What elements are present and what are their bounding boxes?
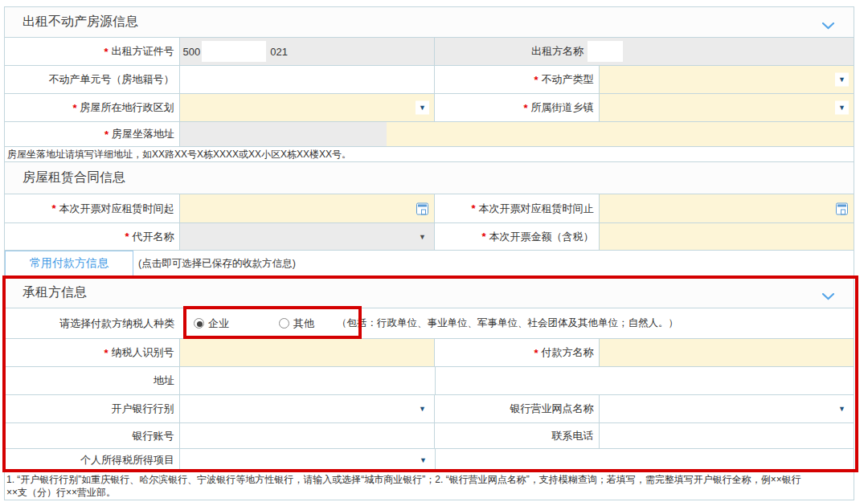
row-taxpayer-kind: 请选择付款方纳税人种类 企业 其他 （包括：行政单位、事业单位、军事单位、社会团… (5, 308, 854, 338)
property-type-label: * 不动产类型 (434, 66, 599, 93)
lessor-id-redaction (202, 41, 266, 62)
section-lessee-title: 承租方信息 (23, 284, 87, 301)
section-property-title: 出租不动产房源信息 (23, 14, 138, 31)
address-label: * 房屋坐落地址 (5, 122, 179, 146)
taxid-label: * 纳税人识别号 (5, 339, 179, 366)
radio-selected-icon[interactable] (194, 318, 204, 329)
required-marker: * (104, 46, 108, 58)
saved-payer-hint: (点击即可选择已保存的收款方信息) (138, 257, 296, 271)
row-account-phone: 银行账号 联系电话 (5, 422, 854, 448)
lessor-id-field: 500 021 (179, 38, 434, 65)
row-lease-dates: * 本次开票对应租赁时间起 * 本次开票对应租赁时间止 (5, 194, 854, 222)
address-hint: 房屋坐落地址请填写详细地址，如XX路XX号X栋XXXX或XX小区X栋XX楼XX号… (5, 146, 854, 161)
row-invoice: * 代开名称 ▼ * 本次开票金额（含税） (5, 222, 854, 250)
radio-enterprise[interactable]: 企业 (194, 316, 229, 331)
taxpayer-kind-label: 请选择付款方纳税人种类 (5, 308, 179, 338)
saved-payer-row: 常用付款方信息 (点击即可选择已保存的收款方信息) (5, 250, 854, 277)
lessor-id-prefix: 500 (183, 46, 201, 58)
dropdown-arrow-icon: ▼ (416, 454, 430, 467)
lessee-address-input-cont[interactable] (435, 367, 854, 394)
bank-footnote-line2: ××支（分）行××营业部。 (6, 486, 852, 499)
lessor-id-label: * 出租方证件号 (5, 38, 179, 65)
dropdown-arrow-icon: ▼ (416, 402, 429, 416)
empty-cell (435, 449, 854, 471)
section-lease-header: 房屋租赁合同信息 (5, 161, 854, 194)
taxid-input[interactable] (179, 339, 434, 366)
calendar-icon[interactable] (836, 202, 848, 214)
dropdown-arrow-icon: ▼ (416, 230, 429, 243)
taxpayer-kind-note: （包括：行政单位、事业单位、军事单位、社会团体及其他单位；自然人。） (337, 316, 678, 330)
property-type-select[interactable]: ▼ (599, 66, 854, 93)
dropdown-arrow-icon: ▼ (835, 101, 849, 115)
row-unit-type: 不动产单元号（房地籍号） * 不动产类型 ▼ (5, 65, 854, 93)
bank-footnote-line1: 1. “开户银行行别”如重庆银行、哈尔滨银行、宁波银行等地方性银行，请输入或选择… (6, 473, 852, 486)
row-district-street: * 房屋所在地行政区划 ▼ * 所属街道乡镇 ▼ (5, 93, 854, 121)
bank-type-label: 开户银行行别 (5, 395, 179, 422)
row-taxid-payer: * 纳税人识别号 * 付款方名称 (5, 338, 854, 366)
dropdown-arrow-icon: ▼ (835, 402, 849, 416)
address-detail-input[interactable] (387, 122, 854, 146)
radio-other[interactable]: 其他 (279, 316, 314, 331)
invoice-name-select: ▼ (179, 223, 434, 250)
row-lessee-address: 地址 (5, 366, 854, 394)
lessor-name-redaction (588, 41, 623, 62)
bank-branch-label: 银行营业网点名称 (434, 395, 599, 422)
lessee-address-input[interactable] (179, 367, 435, 394)
unit-no-input[interactable] (179, 66, 434, 93)
lessee-address-label: 地址 (5, 367, 179, 394)
income-item-label: 个人所得税所得项目 (5, 449, 179, 471)
chevron-down-icon[interactable] (822, 289, 834, 304)
income-item-select[interactable]: ▼ (179, 449, 435, 471)
taxpayer-kind-options: 企业 其他 （包括：行政单位、事业单位、军事单位、社会团体及其他单位；自然人。） (179, 308, 854, 338)
unit-no-label: 不动产单元号（房地籍号） (5, 66, 179, 93)
bank-account-label: 银行账号 (5, 423, 179, 448)
row-bank: 开户银行行别 ▼ 银行营业网点名称 ▼ (5, 394, 854, 422)
section-lessee-header: 承租方信息 (5, 277, 854, 308)
invoice-amount-input[interactable] (599, 223, 854, 250)
bank-account-input[interactable] (179, 423, 434, 448)
phone-label: 联系电话 (434, 423, 599, 448)
address-prefix-field (179, 122, 387, 146)
section-lease-title: 房屋租赁合同信息 (23, 169, 125, 186)
lessee-section: 承租方信息 请选择付款方纳税人种类 企业 其他 （包括：行政单位、事业单位、军事… (5, 277, 854, 471)
row-lessor: * 出租方证件号 500 021 出租方名称 (5, 37, 854, 65)
dropdown-arrow-icon: ▼ (416, 101, 429, 115)
bank-footnote: 1. “开户银行行别”如重庆银行、哈尔滨银行、宁波银行等地方性银行，请输入或选择… (5, 471, 854, 500)
street-label: * 所属街道乡镇 (434, 94, 599, 121)
section-property-header: 出租不动产房源信息 (5, 7, 854, 37)
dropdown-arrow-icon: ▼ (835, 73, 849, 87)
radio-unselected-icon[interactable] (279, 318, 289, 329)
saved-payer-info-tab[interactable]: 常用付款方信息 (5, 251, 133, 277)
phone-input[interactable] (599, 423, 854, 448)
district-select[interactable]: ▼ (179, 94, 434, 121)
lease-start-label: * 本次开票对应租赁时间起 (5, 194, 179, 222)
invoice-name-label: * 代开名称 (5, 223, 179, 250)
row-income-item: 个人所得税所得项目 ▼ (5, 448, 854, 471)
lease-start-input[interactable] (179, 194, 434, 222)
district-label: * 房屋所在地行政区划 (5, 94, 179, 121)
rental-invoice-form: 出租不动产房源信息 * 出租方证件号 500 021 出租方名称 不动产单元号（… (4, 6, 854, 500)
row-address: * 房屋坐落地址 (5, 121, 854, 146)
lessor-name-label: 出租方名称 (531, 44, 583, 59)
chevron-down-icon[interactable] (822, 18, 834, 33)
street-select[interactable]: ▼ (599, 94, 854, 121)
calendar-icon[interactable] (416, 202, 428, 214)
invoice-amount-label: * 本次开票金额（含税） (434, 223, 599, 250)
payer-name-label: * 付款方名称 (434, 339, 599, 366)
lease-end-label: * 本次开票对应租赁时间止 (434, 194, 599, 222)
bank-type-select[interactable]: ▼ (179, 395, 434, 422)
bank-branch-select[interactable]: ▼ (599, 395, 854, 422)
lessor-name-field: 出租方名称 (434, 38, 854, 65)
lessor-id-suffix: 021 (270, 46, 288, 58)
payer-name-input[interactable] (599, 339, 854, 366)
lease-end-input[interactable] (599, 194, 854, 222)
